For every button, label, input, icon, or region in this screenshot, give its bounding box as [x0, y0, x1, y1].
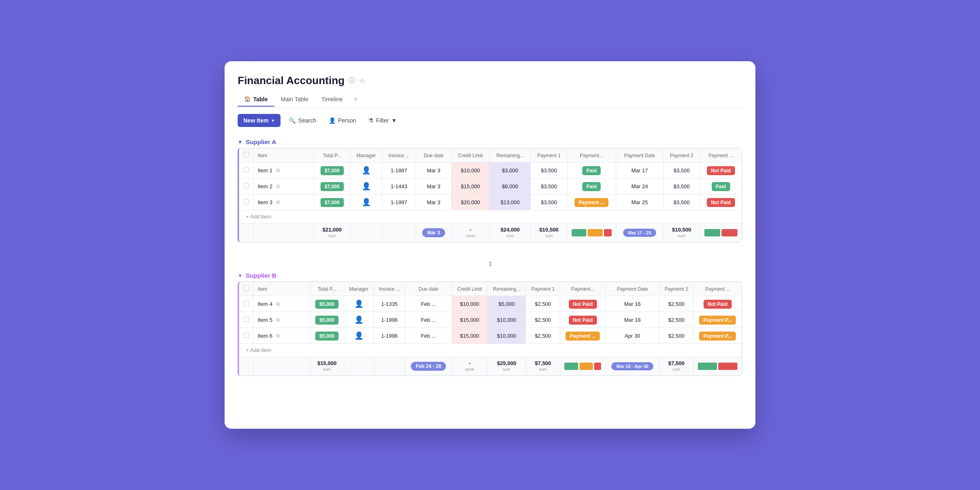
add-item-cell[interactable]: + Add Item	[239, 344, 742, 357]
add-item-row[interactable]: + Add Item	[239, 344, 742, 357]
row-payment-date: Mar 24	[616, 178, 663, 194]
col-payment-date-header-b: Payment Date	[606, 282, 659, 296]
person-button[interactable]: 👤 Person	[325, 114, 360, 127]
tab-main-table[interactable]: Main Table	[274, 93, 315, 107]
row-payment2: $2,500	[659, 312, 694, 328]
table-row: Item 6 ⊕ $5,000 👤 1-1996 Feb ... $15,000…	[239, 328, 742, 344]
search-button[interactable]: 🔍 Search	[285, 114, 320, 127]
footer-payment2: $10,500 sum	[664, 223, 700, 242]
supplier-a-header-row: Item Total P... Manager Invoice ... Due …	[239, 149, 742, 163]
row-checkbox	[239, 328, 254, 344]
row-credit-limit: $10,000	[452, 296, 487, 312]
col-remaining-header: Remaining...	[490, 149, 531, 163]
row-payment1-status[interactable]: Paid	[567, 178, 616, 194]
person-avatar-icon: 👤	[362, 182, 371, 190]
star-icon[interactable]: ☆	[359, 77, 365, 85]
row-payment2-status[interactable]: Not Paid	[700, 163, 742, 178]
row-manager[interactable]: 👤	[350, 178, 382, 194]
select-all-checkbox-b[interactable]	[243, 285, 249, 291]
row-item-name[interactable]: Item 5 ⊕	[254, 312, 310, 328]
row-payment2: $3,500	[664, 163, 700, 178]
add-person-icon[interactable]: ⊕	[276, 332, 281, 339]
add-item-cell[interactable]: + Add Item	[239, 210, 742, 223]
row-item-name[interactable]: Item 2 ⊕	[254, 178, 314, 194]
footer-empty-checkbox	[239, 223, 254, 242]
row-payment1: $3,500	[531, 178, 567, 194]
supplier-a-table-wrap: Item Total P... Manager Invoice ... Due …	[238, 148, 742, 243]
add-person-icon[interactable]: ⊕	[276, 316, 281, 323]
row-manager[interactable]: 👤	[350, 194, 382, 210]
row-payment2-status[interactable]: Payment P...	[693, 328, 742, 344]
footer-payment2-status-bar	[700, 223, 742, 242]
add-person-icon[interactable]: ⊕	[276, 301, 281, 307]
row-invoice: 1-1997	[382, 194, 416, 210]
col-manager-header-b: Manager	[344, 282, 374, 296]
row-payment1: $2,500	[526, 296, 560, 312]
row-payment2-status[interactable]: Payment P...	[693, 312, 742, 328]
status-bar-green2	[704, 229, 720, 236]
status-bar-red	[594, 363, 601, 370]
select-all-checkbox[interactable]	[243, 152, 249, 158]
add-item-row[interactable]: + Add Item	[239, 210, 742, 223]
filter-chevron-icon: ▼	[391, 117, 397, 124]
col-payment-date-header: Payment Date	[616, 149, 663, 163]
add-tab-button[interactable]: +	[349, 92, 362, 107]
page-title: Financial Accounting	[238, 74, 345, 87]
status-bar-red2	[722, 229, 737, 236]
row-payment2-status[interactable]: Not Paid	[700, 194, 742, 210]
row-payment1-status[interactable]: Paid	[567, 163, 616, 178]
row-item-name[interactable]: Item 6 ⊕	[254, 328, 310, 344]
add-person-icon[interactable]: ⊕	[276, 167, 281, 174]
row-payment2-status[interactable]: Not Paid	[693, 296, 742, 312]
row-payment2-status[interactable]: Paid	[700, 178, 742, 194]
row-due-date: Feb ...	[405, 312, 452, 328]
footer-payment1-status-bar	[560, 357, 606, 376]
row-payment-date: Mar 18	[606, 312, 659, 328]
table-row: Item 3 ⊕ $7,000 👤 1-1997 Mar 3 $20,000 $…	[239, 194, 742, 210]
row-manager[interactable]: 👤	[344, 328, 374, 344]
tab-timeline[interactable]: Timeline	[315, 93, 349, 107]
add-person-icon[interactable]: ⊕	[276, 199, 281, 205]
row-manager[interactable]: 👤	[344, 312, 374, 328]
col-payment1-status-header: Payment...	[567, 149, 616, 163]
tab-table[interactable]: 🏠 Table	[238, 93, 274, 107]
chevron-down-icon: ▼	[271, 118, 275, 123]
status-bar-green	[564, 363, 578, 370]
row-payment1-status[interactable]: Not Paid	[560, 296, 606, 312]
col-total-price-header: Total P...	[314, 149, 350, 163]
row-due-date: Feb ...	[405, 296, 452, 312]
resize-handle[interactable]: ⇕	[238, 261, 742, 267]
row-remaining: $13,000	[490, 194, 531, 210]
row-payment2: $2,500	[659, 296, 694, 312]
row-item-name[interactable]: Item 1 ⊕	[254, 163, 314, 178]
row-invoice: 1-1887	[382, 163, 416, 178]
row-total-price: $5,000	[310, 296, 344, 312]
supplier-a-chevron-icon: ▼	[238, 139, 243, 145]
status-bar-orange	[588, 229, 603, 236]
row-credit-limit: $20,000	[451, 194, 489, 210]
row-manager[interactable]: 👤	[350, 163, 382, 178]
new-item-button[interactable]: New Item ▼	[238, 114, 281, 127]
row-checkbox	[239, 178, 254, 194]
row-item-name[interactable]: Item 3 ⊕	[254, 194, 314, 210]
filter-button[interactable]: ⚗ Filter ▼	[364, 114, 401, 127]
person-avatar-icon: 👤	[354, 300, 363, 308]
supplier-a-header[interactable]: ▼ Supplier A	[238, 135, 742, 148]
footer-remaining: $25,000 sum	[488, 357, 526, 376]
footer-empty-manager	[350, 223, 382, 242]
row-payment1-status[interactable]: Payment ...	[560, 328, 606, 344]
row-due-date: Mar 3	[416, 194, 451, 210]
table-row: Item 1 ⊕ $7,000 👤 1-1887 Mar 3 $10,000 $…	[239, 163, 742, 178]
person-avatar-icon: 👤	[354, 332, 363, 340]
row-payment1-status[interactable]: Payment ...	[567, 194, 616, 210]
row-manager[interactable]: 👤	[344, 296, 374, 312]
row-checkbox	[239, 296, 254, 312]
row-payment1: $3,500	[531, 163, 567, 178]
row-credit-limit: $15,000	[452, 312, 487, 328]
col-invoice-header: Invoice ...	[382, 149, 416, 163]
row-payment1-status[interactable]: Not Paid	[560, 312, 606, 328]
add-person-icon[interactable]: ⊕	[276, 183, 281, 189]
supplier-b-header[interactable]: ▼ Supplier B	[238, 269, 742, 281]
row-item-name[interactable]: Item 4 ⊕	[254, 296, 310, 312]
info-icon[interactable]: ⓘ	[349, 76, 355, 85]
